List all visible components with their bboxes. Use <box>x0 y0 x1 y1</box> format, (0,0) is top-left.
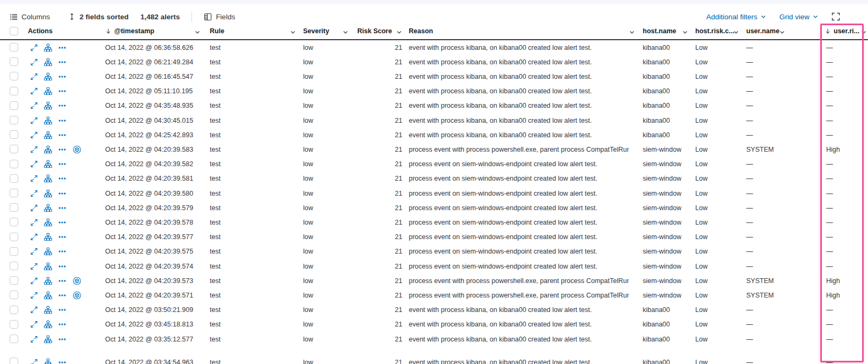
cell-timestamp[interactable]: Oct 14, 2022 @ 04:30:45.015 <box>105 117 195 124</box>
cell-rule[interactable]: test <box>210 190 286 197</box>
more-actions-icon[interactable] <box>58 306 66 314</box>
more-actions-icon[interactable] <box>58 102 66 109</box>
cell-rule[interactable]: test <box>210 73 286 80</box>
cell-user_risk[interactable]: High <box>826 292 859 299</box>
cell-timestamp[interactable]: Oct 14, 2022 @ 03:35:12.577 <box>105 336 195 343</box>
cell-host_risk[interactable]: Low <box>695 160 729 168</box>
cell-user_name[interactable]: — <box>746 87 778 95</box>
cell-user_name[interactable]: — <box>746 131 778 139</box>
cell-severity[interactable]: low <box>303 292 339 299</box>
cell-user_name[interactable]: — <box>746 306 778 314</box>
cell-risk_score[interactable]: 21 <box>357 321 402 328</box>
columns-button[interactable]: Columns <box>10 13 50 21</box>
cell-host_risk[interactable]: Low <box>695 73 729 80</box>
row-checkbox[interactable] <box>10 72 18 80</box>
analyzer-icon[interactable] <box>44 291 52 299</box>
cell-timestamp[interactable]: Oct 14, 2022 @ 04:20:39.582 <box>105 160 195 168</box>
grid-view-button[interactable]: Grid view <box>779 13 819 21</box>
analyzer-icon[interactable] <box>44 321 52 329</box>
cell-user_risk[interactable]: High <box>826 277 859 285</box>
cell-reason[interactable]: event with process kibana, on kibana00 c… <box>409 44 629 51</box>
cell-host_risk[interactable]: Low <box>695 44 729 51</box>
cell-host_risk[interactable]: Low <box>695 58 729 66</box>
row-checkbox[interactable] <box>10 262 18 270</box>
cell-timestamp[interactable]: Oct 14, 2022 @ 04:20:39.580 <box>105 190 195 197</box>
more-actions-icon[interactable] <box>58 359 66 364</box>
analyzer-icon[interactable] <box>44 87 52 95</box>
cell-risk_score[interactable]: 21 <box>357 204 402 212</box>
cell-rule[interactable]: test <box>210 277 286 285</box>
cell-reason[interactable]: event with process kibana, on kibana00 c… <box>409 359 629 364</box>
cell-host_name[interactable]: siem-window... <box>643 219 681 226</box>
expand-alert-icon[interactable] <box>31 102 38 109</box>
cell-timestamp[interactable]: Oct 14, 2022 @ 04:20:39.575 <box>105 248 195 255</box>
cell-user_name[interactable]: — <box>746 190 778 197</box>
analyzer-icon[interactable] <box>44 72 52 80</box>
cell-risk_score[interactable]: 21 <box>357 219 402 226</box>
cell-reason[interactable]: process event on siem-windows-endpoint c… <box>409 219 629 226</box>
analyzer-icon[interactable] <box>44 189 52 197</box>
expand-alert-icon[interactable] <box>31 248 38 255</box>
cell-host_risk[interactable]: Low <box>695 175 729 182</box>
cell-host_risk[interactable]: Low <box>695 146 729 153</box>
cell-rule[interactable]: test <box>210 263 286 270</box>
cell-user_name[interactable]: SYSTEM <box>746 292 778 299</box>
chevron-down-icon[interactable] <box>290 29 296 35</box>
cell-user_risk[interactable]: — <box>826 44 859 51</box>
more-actions-icon[interactable] <box>58 146 66 153</box>
cell-host_name[interactable]: kibana00 <box>643 359 681 364</box>
cell-host_name[interactable]: siem-window... <box>643 160 681 168</box>
analyzer-icon[interactable] <box>44 116 52 124</box>
cell-host_name[interactable]: siem-window... <box>643 233 681 241</box>
cell-rule[interactable]: test <box>210 292 286 299</box>
cell-user_name[interactable]: — <box>746 44 778 51</box>
cell-user_risk[interactable]: — <box>826 359 859 364</box>
analyzer-icon[interactable] <box>44 233 52 241</box>
analyzer-icon[interactable] <box>44 58 52 66</box>
cell-timestamp[interactable]: Oct 14, 2022 @ 04:20:39.571 <box>105 292 195 299</box>
cell-host_name[interactable]: siem-window... <box>643 292 681 299</box>
cell-user_risk[interactable]: — <box>826 102 859 109</box>
cell-reason[interactable]: event with process kibana, on kibana00 c… <box>409 117 629 124</box>
cell-reason[interactable]: process event on siem-windows-endpoint c… <box>409 233 629 241</box>
cell-timestamp[interactable]: Oct 14, 2022 @ 04:25:42.893 <box>105 131 195 139</box>
cell-risk_score[interactable]: 21 <box>357 146 402 153</box>
cell-user_name[interactable]: — <box>746 359 778 364</box>
cell-host_name[interactable]: siem-window... <box>643 248 681 255</box>
cell-timestamp[interactable]: Oct 14, 2022 @ 04:20:39.578 <box>105 219 195 226</box>
cell-host_risk[interactable]: Low <box>695 277 729 285</box>
cell-severity[interactable]: low <box>303 219 339 226</box>
cell-user_risk[interactable]: — <box>826 131 859 139</box>
cell-reason[interactable]: process event on siem-windows-endpoint c… <box>409 204 629 212</box>
session-view-icon[interactable] <box>73 291 81 299</box>
cell-rule[interactable]: test <box>210 233 286 241</box>
cell-host_risk[interactable]: Low <box>695 190 729 197</box>
row-checkbox[interactable] <box>10 320 18 329</box>
cell-reason[interactable]: event with process kibana, on kibana00 c… <box>409 131 629 139</box>
row-checkbox[interactable] <box>10 101 18 110</box>
cell-host_risk[interactable]: Low <box>695 204 729 212</box>
more-actions-icon[interactable] <box>58 190 66 197</box>
expand-alert-icon[interactable] <box>31 88 38 95</box>
row-checkbox[interactable] <box>10 43 18 51</box>
fields-sorted-button[interactable]: 2 fields sorted <box>68 13 129 21</box>
expand-alert-icon[interactable] <box>31 234 38 241</box>
row-checkbox[interactable] <box>10 130 18 139</box>
cell-timestamp[interactable]: Oct 14, 2022 @ 03:50:21.909 <box>105 306 195 314</box>
cell-timestamp[interactable]: Oct 14, 2022 @ 06:16:45.547 <box>105 73 195 80</box>
additional-filters-button[interactable]: Additional filters <box>706 13 766 21</box>
cell-severity[interactable]: low <box>303 160 339 168</box>
row-checkbox[interactable] <box>10 233 18 241</box>
analyzer-icon[interactable] <box>44 306 52 314</box>
row-checkbox[interactable] <box>10 145 18 153</box>
cell-host_risk[interactable]: Low <box>695 306 729 314</box>
more-actions-icon[interactable] <box>58 87 66 95</box>
more-actions-icon[interactable] <box>58 321 66 328</box>
cell-user_name[interactable]: — <box>746 175 778 182</box>
cell-severity[interactable]: low <box>303 336 339 343</box>
cell-risk_score[interactable]: 21 <box>357 58 402 66</box>
fullscreen-icon[interactable] <box>832 12 840 21</box>
chevron-down-icon[interactable] <box>779 29 785 35</box>
cell-reason[interactable]: event with process kibana, on kibana00 c… <box>409 102 629 109</box>
row-checkbox[interactable] <box>10 116 18 124</box>
